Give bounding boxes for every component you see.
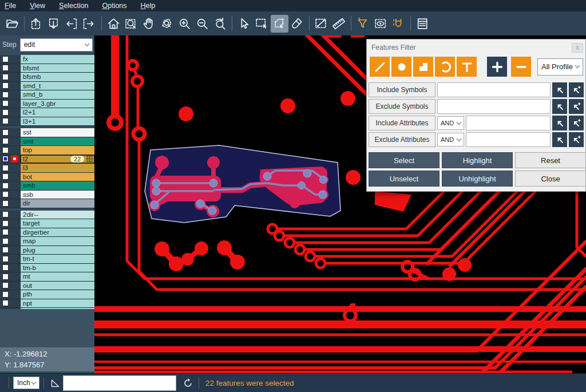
layer-checkbox[interactable] xyxy=(2,264,9,271)
menu-item-options[interactable]: Options xyxy=(102,2,126,10)
layer-checkbox[interactable] xyxy=(2,183,9,189)
layer-row-mt[interactable]: mt xyxy=(0,272,94,282)
layer-name[interactable]: bfsmt xyxy=(20,64,94,73)
layer-name[interactable]: out xyxy=(20,282,94,290)
highlight-button[interactable]: Highlight xyxy=(442,152,513,168)
layer-name[interactable]: smd_b xyxy=(20,90,94,99)
exclude-attributes-input[interactable] xyxy=(466,132,551,147)
pad-feature-button[interactable] xyxy=(391,57,411,77)
layer-checkbox[interactable] xyxy=(2,138,9,144)
layer-row-fx[interactable]: fx xyxy=(0,55,94,64)
layer-row-target[interactable]: target xyxy=(0,219,94,228)
layer-checkbox[interactable] xyxy=(2,191,9,197)
include-symbols-button[interactable]: Include Symbols xyxy=(369,82,435,97)
include-attributes-operator-select[interactable]: AND xyxy=(437,116,464,130)
layer-checkbox[interactable] xyxy=(2,118,9,124)
select-button[interactable]: Select xyxy=(369,152,440,168)
clear-brush-button[interactable] xyxy=(288,15,306,33)
remove-filter-button[interactable] xyxy=(511,57,531,77)
import-down-button[interactable] xyxy=(45,15,63,33)
layer-row-l2[interactable]: l222 xyxy=(0,155,94,164)
layer-name[interactable]: l3 xyxy=(20,164,94,172)
layer-checkbox[interactable] xyxy=(2,256,9,262)
layer-row-map[interactable]: map xyxy=(0,237,94,246)
pan-hand-button[interactable] xyxy=(140,15,158,33)
layer-row-pth[interactable]: pth xyxy=(0,290,94,299)
layer-checkbox[interactable] xyxy=(2,282,9,288)
layer-row-npt[interactable]: npt xyxy=(0,299,94,308)
layer-name[interactable]: dir xyxy=(20,199,94,208)
include-attributes-pick-add-button[interactable] xyxy=(569,116,584,130)
layer-checkbox[interactable] xyxy=(2,247,9,253)
layer-name[interactable]: smd_t xyxy=(20,82,94,90)
layer-name[interactable]: layer_3.gbr xyxy=(20,100,94,108)
layer-name[interactable]: mt xyxy=(20,272,94,281)
layer-row-top[interactable]: top xyxy=(0,146,94,155)
layer-name[interactable]: target xyxy=(20,219,94,228)
grid-icon[interactable] xyxy=(86,156,93,162)
layer-checkbox[interactable] xyxy=(2,92,9,98)
layers-form-button[interactable] xyxy=(414,15,431,33)
export-up-button[interactable] xyxy=(27,15,45,33)
command-input[interactable] xyxy=(63,375,176,391)
home-button[interactable] xyxy=(105,15,122,33)
layer-row-smd_b[interactable]: smd_b xyxy=(0,90,94,100)
step-left-button[interactable] xyxy=(63,15,81,33)
layer-name[interactable]: top xyxy=(20,146,94,155)
layer-checkbox[interactable] xyxy=(2,156,9,162)
layer-checkbox[interactable] xyxy=(2,211,9,217)
layer-checkbox[interactable] xyxy=(2,74,9,80)
zoom-out-button[interactable] xyxy=(193,15,211,33)
layer-checkbox[interactable] xyxy=(2,291,9,298)
layer-row-sst[interactable]: sst xyxy=(0,128,94,137)
layer-name[interactable]: map xyxy=(20,237,94,246)
text-feature-button[interactable] xyxy=(457,57,477,77)
layer-row-smb[interactable]: smb xyxy=(0,181,94,191)
layer-row-bot[interactable]: bot xyxy=(0,173,94,182)
close-button[interactable]: Close xyxy=(515,171,586,187)
include-attributes-button[interactable]: Include Attributes xyxy=(369,116,435,130)
zoom-polygon-button[interactable] xyxy=(158,15,176,33)
selected-region[interactable] xyxy=(145,145,340,223)
include-attributes-input[interactable] xyxy=(466,116,551,130)
layer-checkbox[interactable] xyxy=(2,109,9,116)
layer-checkbox[interactable] xyxy=(2,56,9,62)
layer-name[interactable]: smb xyxy=(20,181,94,190)
line-feature-button[interactable] xyxy=(370,57,390,77)
unit-select[interactable]: Inch xyxy=(13,377,39,389)
exclude-symbols-input[interactable] xyxy=(437,99,551,114)
layer-name[interactable]: bot xyxy=(20,173,94,181)
layer-name[interactable]: smt xyxy=(20,137,94,146)
layer-checkbox[interactable] xyxy=(2,165,9,171)
exclude-attributes-pick-button[interactable] xyxy=(552,132,567,147)
layer-checkbox[interactable] xyxy=(2,129,9,136)
view-eye-button[interactable] xyxy=(372,15,390,33)
profile-select[interactable]: All Profile xyxy=(537,58,583,76)
open-folder-button[interactable] xyxy=(3,15,21,33)
exclude-attributes-operator-select[interactable]: AND xyxy=(437,133,464,146)
layer-row-out[interactable]: out xyxy=(0,282,94,291)
add-filter-button[interactable] xyxy=(487,57,507,77)
layer-name[interactable]: tm-b xyxy=(20,264,94,272)
layer-row-bfsmt[interactable]: bfsmt xyxy=(0,64,94,73)
features-filter-button[interactable] xyxy=(354,15,372,33)
zoom-in-button[interactable] xyxy=(176,15,193,33)
layer-name[interactable]: 2dir-- xyxy=(20,211,94,219)
layer-name[interactable]: sst xyxy=(20,128,94,137)
layer-name[interactable]: bfsmb xyxy=(20,73,94,81)
corner-ruler-icon[interactable] xyxy=(48,378,62,389)
menu-item-selection[interactable]: Selection xyxy=(59,2,88,10)
layer-name[interactable]: l222 xyxy=(20,155,94,164)
zoom-previous-button[interactable] xyxy=(211,15,229,33)
layer-row-layer_3.gbr[interactable]: layer_3.gbr xyxy=(0,100,94,109)
layer-row-smt[interactable]: smt xyxy=(0,137,94,146)
layer-row-tm-b[interactable]: tm-b xyxy=(0,264,94,273)
select-rectangle-button[interactable] xyxy=(253,15,271,33)
layer-row-smd_t[interactable]: smd_t xyxy=(0,82,94,91)
layer-name[interactable]: fx xyxy=(20,55,94,64)
close-icon[interactable]: x xyxy=(572,43,583,53)
layer-checkbox[interactable] xyxy=(2,82,9,89)
arc-feature-button[interactable] xyxy=(435,57,455,77)
layer-name[interactable]: l3+1 xyxy=(20,117,94,126)
layer-row-l3[interactable]: l3 xyxy=(0,164,94,173)
